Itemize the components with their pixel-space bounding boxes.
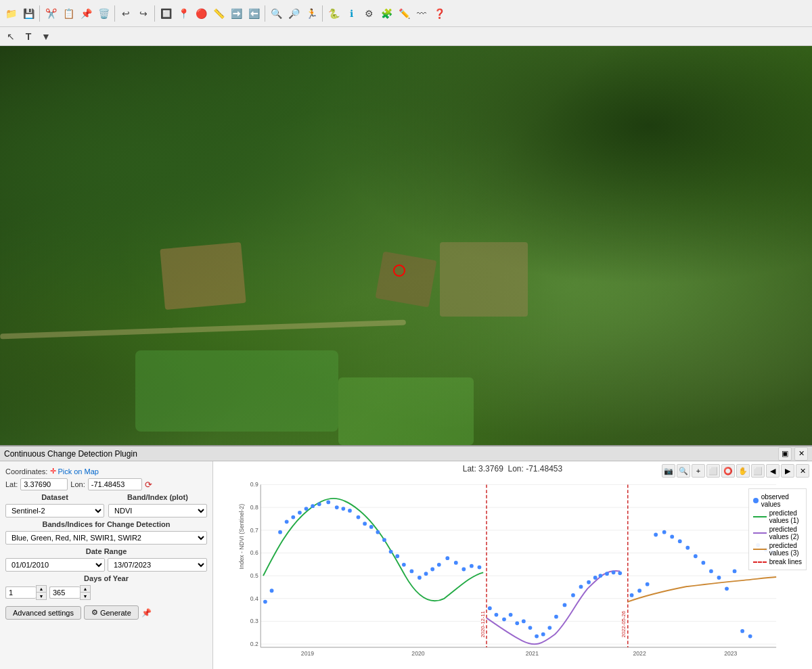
panel-icon-1[interactable]: ▣ [778,447,792,461]
toolbar-icon-zoom1[interactable]: 🔍 [268,5,284,22]
toolbar-icon-6[interactable]: 📍 [175,5,191,22]
bands-select-row: Blue, Green, Red, NIR, SWIR1, SWIR2 [5,531,207,545]
toolbar-icon-draw[interactable]: ✏️ [396,5,412,22]
dataset-select[interactable]: Sentinel-2 [5,504,104,517]
coordinates-label: Coordinates: [5,467,47,476]
obs-point [470,564,474,568]
toolbar2-icon-text[interactable]: T [20,28,37,45]
controls-panel: Coordinates: ✛ Pick on Map Lat: Lon: ⟳ D… [0,461,213,669]
refresh-icon[interactable]: ⟳ [145,480,152,490]
bands-select[interactable]: Blue, Green, Red, NIR, SWIR1, SWIR2 [5,531,207,545]
toolbar-icon-2[interactable]: 💾 [20,5,37,22]
obs-point [637,589,641,593]
days-start-down[interactable]: ▼ [37,593,46,599]
days-start-up[interactable]: ▲ [37,586,46,593]
panel-content: Coordinates: ✛ Pick on Map Lat: Lon: ⟳ D… [0,461,812,669]
obs-point [445,556,449,560]
days-end-spinbox-buttons: ▲ ▼ [80,585,91,600]
days-end-up[interactable]: ▲ [81,586,90,593]
days-start-input[interactable] [5,586,36,599]
map-canvas[interactable] [0,46,812,445]
obs-point [402,563,406,567]
location-marker[interactable] [393,264,405,277]
obs-point [430,568,434,572]
legend-break: break lines [753,558,802,566]
obs-point [709,570,713,574]
x-2020: 2020 [411,650,424,657]
legend-predicted2-line [753,532,767,534]
obs-point [348,509,352,513]
obs-point [326,501,330,505]
toolbar-icon-copy[interactable]: 📋 [60,5,76,22]
obs-point [547,626,551,630]
toolbar-icon-info[interactable]: ℹ [343,5,359,22]
toolbar2-icon-arrow[interactable]: ↖ [3,28,19,45]
obs-point [733,570,737,574]
toolbar-icon-help[interactable]: ❓ [431,5,447,22]
legend-predicted1-label: predicted values (1) [769,509,799,524]
band-index-select[interactable]: NDVI [108,504,207,517]
toolbar-sep-4 [265,5,265,22]
days-of-year-label: Days of Year [5,574,207,582]
toolbar-icon-3[interactable]: ✂️ [43,5,59,22]
obs-point [270,589,274,593]
toolbar-icon-7[interactable]: 🔴 [193,5,209,22]
obs-point [725,586,729,591]
toolbar-icon-8[interactable]: 📏 [210,5,227,22]
obs-point [618,571,622,575]
toolbar-icon-undo[interactable]: ↩ [118,5,134,22]
toolbar-icon-9[interactable]: ➡️ [228,5,244,22]
obs-point [461,568,466,572]
toolbar-sep-5 [322,5,323,22]
obs-point [389,550,393,554]
lon-input[interactable] [88,478,142,490]
toolbar-icon-plugin[interactable]: 🧩 [378,5,394,22]
toolbar-sep-1 [39,5,40,22]
dataset-section-label: Dataset [5,493,104,501]
toolbar-icon-settings[interactable]: ⚙ [361,5,377,22]
lat-input[interactable] [20,478,68,490]
days-end-down[interactable]: ▼ [81,593,90,599]
obs-point [694,554,698,558]
toolbar2-dropdown[interactable]: ▼ [38,28,54,45]
obs-point [509,613,513,617]
legend-predicted2-label: predicted values (2) [769,526,799,540]
y-06: 0.6 [250,549,258,556]
advanced-settings-button[interactable]: Advanced settings [5,606,81,620]
obs-point [702,561,706,565]
green-field-2 [338,377,474,445]
pin-icon[interactable]: 📌 [141,608,152,618]
toolbar-icon-route[interactable]: 〰 [413,5,430,22]
toolbar-icon-zoom3[interactable]: 🏃 [303,5,319,22]
toolbar-icon-delete[interactable]: 🗑️ [95,5,112,22]
obs-point [502,618,506,622]
predicted-curve-1 [263,499,483,601]
legend-predicted1: predicted values (1) [753,509,802,524]
days-end-input[interactable] [49,586,80,599]
obs-point [357,515,361,520]
obs-point [488,606,492,610]
road-path [0,320,406,340]
break-label-2: 2022-05-26 [621,611,627,637]
toolbar-icon-5[interactable]: 🔲 [158,5,174,22]
date-end-select[interactable]: 13/07/2023 [108,558,207,572]
toolbar-icon-redo[interactable]: ↪ [135,5,152,22]
toolbar-icon-10[interactable]: ⬅️ [246,5,262,22]
deforest-1 [160,242,246,310]
y-03: 0.3 [250,618,258,624]
generate-button[interactable]: ⚙ Generate [84,605,139,620]
obs-point [740,629,744,633]
obs-point [554,615,558,619]
y-08: 0.8 [250,504,258,511]
lon-label: Lon: [70,480,85,488]
pick-crosshair-icon: ✛ [50,467,56,476]
toolbar-icon-zoom2[interactable]: 🔎 [286,5,302,22]
predicted-curve-3 [628,577,776,602]
toolbar-icon-paste[interactable]: 📌 [78,5,94,22]
toolbar-icon-1[interactable]: 📁 [3,5,19,22]
date-start-select[interactable]: 01/01/2010 [5,558,105,572]
pick-on-map-button[interactable]: ✛ Pick on Map [50,467,99,476]
toolbar-icon-python[interactable]: 🐍 [325,5,342,22]
chart-legend: observed values predicted values (1) [748,488,807,570]
panel-close[interactable]: ✕ [794,447,808,461]
